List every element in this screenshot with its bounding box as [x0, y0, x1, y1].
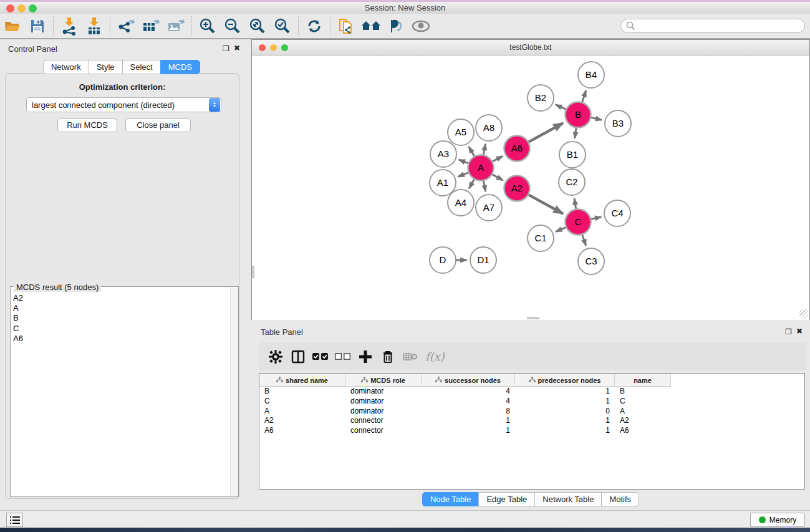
maximize-window-button[interactable] — [29, 4, 37, 12]
mcds-result-item[interactable]: B — [11, 313, 231, 323]
edge-A6-B[interactable] — [529, 123, 563, 142]
save-session-icon[interactable] — [27, 16, 48, 36]
table-tab-edge-table[interactable]: Edge Table — [478, 492, 534, 506]
cell[interactable]: 1 — [515, 426, 615, 436]
mcds-result-item[interactable]: A6 — [11, 334, 231, 344]
float-panel-icon[interactable]: ❐ — [223, 45, 229, 52]
cell[interactable]: dominator — [345, 407, 422, 417]
memory-button[interactable]: Memory — [750, 513, 805, 527]
cell[interactable]: A6 — [615, 426, 671, 436]
edge-A-A1[interactable] — [458, 173, 468, 177]
import-table-icon[interactable] — [84, 16, 105, 36]
cell[interactable]: C — [615, 397, 671, 407]
edge-C-C1[interactable] — [556, 228, 566, 232]
eye-icon[interactable] — [410, 16, 432, 36]
gear-icon[interactable] — [264, 347, 287, 366]
node-table[interactable]: shared nameMCDS rolesuccessor nodesprede… — [259, 373, 805, 490]
edge-A-A7[interactable] — [483, 181, 485, 191]
mcds-result-item[interactable]: C — [11, 324, 231, 334]
network-window-titlebar[interactable]: testGlobe.txt — [252, 40, 809, 56]
refresh-icon[interactable] — [304, 16, 325, 36]
criterion-dropdown[interactable]: largest connected component (directed) ▲… — [26, 97, 221, 112]
vertical-scroll-nub[interactable] — [252, 266, 254, 278]
export-image-icon[interactable] — [165, 16, 186, 36]
cell[interactable]: dominator — [345, 387, 422, 397]
cell[interactable]: 0 — [515, 407, 615, 417]
close-panel-button[interactable]: Close panel — [125, 118, 191, 132]
zoom-in-icon[interactable] — [197, 16, 218, 36]
tab-select[interactable]: Select — [122, 60, 160, 74]
cell[interactable]: connector — [345, 416, 422, 426]
table-row[interactable]: Adominator80A — [259, 407, 804, 417]
maximize-view-button[interactable] — [281, 44, 288, 51]
close-window-button[interactable] — [6, 4, 14, 12]
deselect-all-icon[interactable] — [332, 347, 354, 366]
column-header-name[interactable]: name — [615, 374, 671, 387]
split-columns-icon[interactable] — [287, 347, 309, 366]
cell[interactable]: A — [259, 407, 345, 417]
cell[interactable]: A6 — [259, 426, 345, 436]
table-row[interactable]: A6connector11A6 — [259, 426, 804, 436]
export-table-icon[interactable] — [140, 16, 162, 36]
cell[interactable]: 4 — [422, 397, 515, 407]
table-body[interactable]: Bdominator41BCdominator41CAdominator80AA… — [259, 387, 804, 436]
edge-B-B3[interactable] — [591, 118, 602, 120]
cell[interactable]: B — [615, 387, 671, 397]
cell[interactable]: A2 — [615, 416, 671, 426]
graphics-details-icon[interactable] — [385, 16, 407, 36]
cell[interactable]: C — [259, 397, 345, 407]
edge-C-C2[interactable] — [574, 198, 576, 208]
column-header-shared-name[interactable]: shared name — [259, 374, 345, 387]
minimize-window-button[interactable] — [17, 4, 26, 12]
cell[interactable]: dominator — [345, 397, 422, 407]
cell[interactable]: 1 — [515, 416, 615, 426]
zoom-selected-icon[interactable] — [272, 16, 293, 36]
table-row[interactable]: Cdominator41C — [259, 397, 804, 407]
close-table-panel-icon[interactable]: ✖ — [796, 327, 803, 335]
edge-A-A6[interactable] — [493, 156, 503, 162]
mcds-result-list[interactable]: A2ABCA6 — [11, 293, 231, 344]
column-header-successor-nodes[interactable]: successor nodes — [422, 374, 515, 387]
table-tab-node-table[interactable]: Node Table — [422, 492, 479, 506]
add-column-icon[interactable] — [354, 347, 377, 366]
network-canvas[interactable]: B4B2BB3A8A5A6A3B1AC2A1A2A4A7C4CC1DD1C3 — [252, 56, 809, 320]
delete-table-icon[interactable] — [399, 347, 422, 366]
table-tab-motifs[interactable]: Motifs — [601, 492, 639, 506]
edge-C-C4[interactable] — [591, 217, 601, 220]
function-builder-icon[interactable]: f(x) — [425, 350, 445, 363]
cell[interactable]: 4 — [422, 387, 515, 397]
edge-A-A3[interactable] — [459, 160, 468, 163]
import-network-icon[interactable] — [59, 16, 80, 36]
table-tab-network-table[interactable]: Network Table — [534, 492, 601, 506]
cell[interactable]: 8 — [422, 407, 515, 417]
resize-grip[interactable] — [799, 309, 808, 318]
delete-icon[interactable] — [377, 347, 399, 366]
close-view-button[interactable] — [259, 44, 266, 51]
horizontal-scroll-nub[interactable] — [527, 317, 539, 319]
close-panel-icon[interactable]: ✖ — [234, 44, 240, 52]
cell[interactable]: A2 — [259, 416, 345, 426]
cell[interactable]: 1 — [515, 387, 615, 397]
edge-A-A8[interactable] — [483, 144, 485, 155]
clone-network-icon[interactable] — [335, 16, 357, 36]
edge-B-B2[interactable] — [556, 105, 566, 109]
cell[interactable]: 1 — [422, 416, 515, 426]
edge-B-B4[interactable] — [582, 90, 586, 102]
export-network-icon[interactable] — [115, 16, 137, 36]
cell[interactable]: connector — [345, 426, 422, 436]
run-mcds-button[interactable]: Run MCDS — [57, 118, 117, 132]
search-input[interactable] — [620, 19, 805, 33]
column-header-predecessor-nodes[interactable]: predecessor nodes — [515, 374, 615, 387]
home-layout-icon[interactable] — [360, 16, 382, 36]
cell[interactable]: 1 — [422, 426, 515, 436]
edge-A-A5[interactable] — [469, 147, 474, 156]
table-row[interactable]: Bdominator41B — [259, 387, 804, 397]
minimize-view-button[interactable] — [270, 44, 277, 51]
zoom-out-icon[interactable] — [222, 16, 243, 36]
column-header-MCDS-role[interactable]: MCDS role — [345, 374, 422, 387]
open-session-icon[interactable] — [2, 16, 23, 36]
cell[interactable]: B — [259, 387, 345, 397]
mcds-result-item[interactable]: A — [11, 303, 231, 313]
edge-B-B1[interactable] — [575, 128, 576, 138]
cell[interactable]: A — [615, 407, 671, 417]
